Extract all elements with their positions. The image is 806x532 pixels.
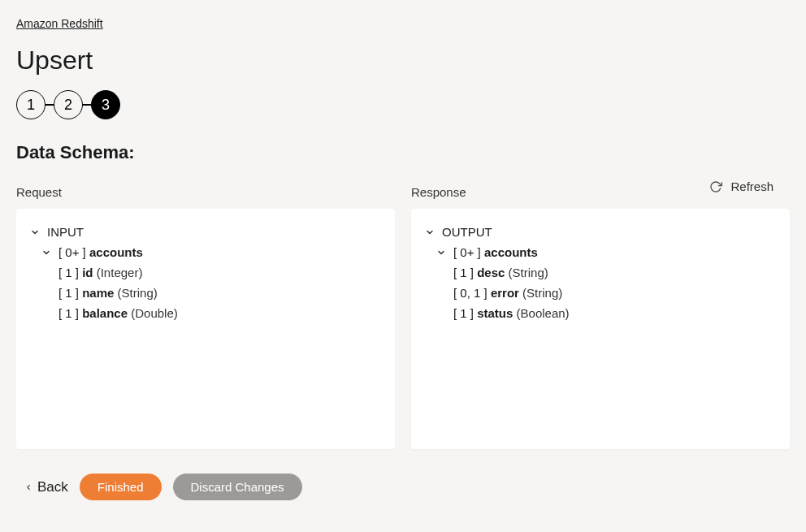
response-panel: OUTPUT [ 0+ ] accounts [ 1 ] desc xyxy=(411,209,790,449)
discard-changes-button[interactable]: Discard Changes xyxy=(173,474,302,500)
breadcrumb[interactable]: Amazon Redshift xyxy=(16,17,103,30)
finished-button[interactable]: Finished xyxy=(80,474,162,500)
schema-cardinality: [ 1 ] xyxy=(58,266,79,279)
back-button[interactable]: Back xyxy=(24,479,68,495)
schema-type: (Integer) xyxy=(97,266,143,279)
step-1[interactable]: 1 xyxy=(16,90,46,119)
schema-type: (Boolean) xyxy=(517,306,570,320)
response-root-row[interactable]: OUTPUT xyxy=(424,225,777,239)
schema-field-row: [ 1 ] desc (String) xyxy=(424,266,777,279)
request-title: Request xyxy=(16,185,395,199)
back-label: Back xyxy=(37,479,68,495)
response-title: Response xyxy=(411,185,790,199)
schema-cardinality: [ 1 ] xyxy=(58,286,79,300)
schema-name: id xyxy=(82,266,93,279)
schema-name: balance xyxy=(82,306,128,320)
request-object-row[interactable]: [ 0+ ] accounts xyxy=(29,245,382,259)
schema-cardinality: [ 1 ] xyxy=(453,266,474,279)
schema-name: error xyxy=(491,286,519,300)
schema-field-row: [ 1 ] id (Integer) xyxy=(29,266,382,279)
request-root-label: INPUT xyxy=(47,225,84,239)
schema-cardinality: [ 1 ] xyxy=(453,306,474,320)
step-2[interactable]: 2 xyxy=(54,90,83,119)
footer-actions: Back Finished Discard Changes xyxy=(16,474,790,500)
schema-name: status xyxy=(477,306,513,320)
chevron-down-icon xyxy=(41,247,52,258)
section-title: Data Schema: xyxy=(16,142,790,163)
step-connector xyxy=(83,104,91,106)
stepper: 1 2 3 xyxy=(16,90,790,119)
chevron-down-icon xyxy=(424,227,436,238)
schema-field-row: [ 1 ] name (String) xyxy=(29,286,382,300)
schema-name: accounts xyxy=(89,245,143,259)
response-column: Response OUTPUT [ 0+ ] accounts xyxy=(411,185,790,449)
schema-type: (String) xyxy=(118,286,158,300)
step-3[interactable]: 3 xyxy=(91,90,120,119)
schema-cardinality: [ 1 ] xyxy=(58,306,79,320)
schema-type: (String) xyxy=(522,286,562,300)
page-title: Upsert xyxy=(16,45,790,76)
schema-field-row: [ 1 ] status (Boolean) xyxy=(424,306,777,320)
request-panel: INPUT [ 0+ ] accounts [ 1 ] id xyxy=(16,209,395,449)
schema-field-row: [ 0, 1 ] error (String) xyxy=(424,286,777,300)
schema-cardinality: [ 0+ ] xyxy=(58,245,86,259)
response-root-label: OUTPUT xyxy=(442,225,492,239)
schema-field-row: [ 1 ] balance (Double) xyxy=(29,306,382,320)
schema-type: (Double) xyxy=(131,306,178,320)
chevron-left-icon xyxy=(24,481,32,494)
chevron-down-icon xyxy=(29,227,41,238)
schema-type: (String) xyxy=(509,266,548,279)
schema-cardinality: [ 0+ ] xyxy=(453,245,481,259)
chevron-down-icon xyxy=(436,247,447,258)
schema-name: accounts xyxy=(484,245,538,259)
schema-name: name xyxy=(82,286,114,300)
step-connector xyxy=(46,104,54,106)
request-root-row[interactable]: INPUT xyxy=(29,225,382,239)
request-column: Request INPUT [ 0+ ] accounts xyxy=(16,185,395,449)
response-object-row[interactable]: [ 0+ ] accounts xyxy=(424,245,777,259)
schema-cardinality: [ 0, 1 ] xyxy=(453,286,488,300)
schema-name: desc xyxy=(477,266,505,279)
